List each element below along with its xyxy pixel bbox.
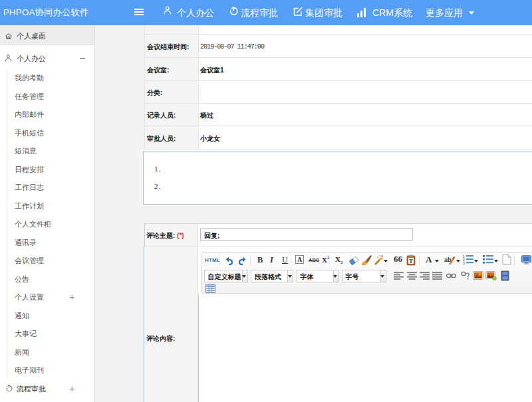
svg-text:T: T: [409, 258, 413, 264]
svg-text:3: 3: [463, 261, 465, 265]
